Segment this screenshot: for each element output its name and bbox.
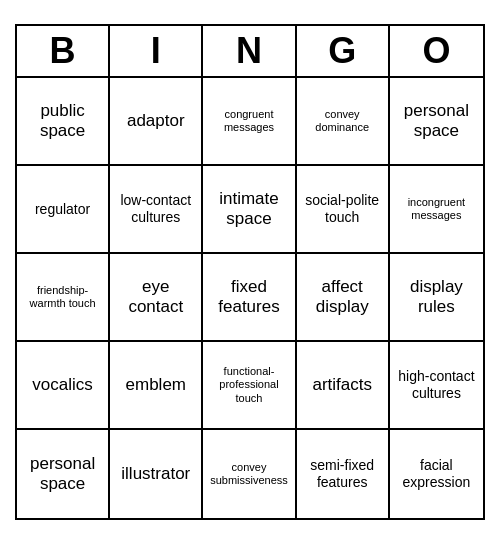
cell-text-10: friendship-warmth touch: [21, 284, 104, 310]
header-letter-B: B: [17, 26, 110, 76]
cell-text-6: low-contact cultures: [114, 192, 197, 226]
bingo-cell-7: intimate space: [203, 166, 296, 254]
bingo-cell-13: affect display: [297, 254, 390, 342]
header-letter-N: N: [203, 26, 296, 76]
header-letter-O: O: [390, 26, 483, 76]
bingo-cell-0: public space: [17, 78, 110, 166]
bingo-cell-16: emblem: [110, 342, 203, 430]
bingo-cell-8: social-polite touch: [297, 166, 390, 254]
bingo-cell-10: friendship-warmth touch: [17, 254, 110, 342]
cell-text-12: fixed features: [207, 277, 290, 318]
cell-text-23: semi-fixed features: [301, 457, 384, 491]
bingo-cell-17: functional-professional touch: [203, 342, 296, 430]
bingo-cell-21: illustrator: [110, 430, 203, 518]
cell-text-4: personal space: [394, 101, 479, 142]
bingo-cell-22: convey submissiveness: [203, 430, 296, 518]
cell-text-8: social-polite touch: [301, 192, 384, 226]
bingo-cell-3: convey dominance: [297, 78, 390, 166]
cell-text-9: incongruent messages: [394, 196, 479, 222]
header-letter-G: G: [297, 26, 390, 76]
cell-text-22: convey submissiveness: [207, 461, 290, 487]
bingo-cell-5: regulator: [17, 166, 110, 254]
cell-text-7: intimate space: [207, 189, 290, 230]
bingo-cell-14: display rules: [390, 254, 483, 342]
cell-text-20: personal space: [21, 454, 104, 495]
cell-text-0: public space: [21, 101, 104, 142]
bingo-cell-9: incongruent messages: [390, 166, 483, 254]
cell-text-21: illustrator: [121, 464, 190, 484]
bingo-cell-1: adaptor: [110, 78, 203, 166]
bingo-cell-4: personal space: [390, 78, 483, 166]
cell-text-1: adaptor: [127, 111, 185, 131]
cell-text-18: artifacts: [312, 375, 372, 395]
cell-text-3: convey dominance: [301, 108, 384, 134]
bingo-cell-20: personal space: [17, 430, 110, 518]
bingo-cell-11: eye contact: [110, 254, 203, 342]
bingo-cell-12: fixed features: [203, 254, 296, 342]
cell-text-17: functional-professional touch: [207, 365, 290, 405]
cell-text-11: eye contact: [114, 277, 197, 318]
cell-text-14: display rules: [394, 277, 479, 318]
bingo-header: BINGO: [17, 26, 483, 78]
cell-text-19: high-contact cultures: [394, 368, 479, 402]
bingo-cell-18: artifacts: [297, 342, 390, 430]
bingo-cell-2: congruent messages: [203, 78, 296, 166]
cell-text-13: affect display: [301, 277, 384, 318]
header-letter-I: I: [110, 26, 203, 76]
cell-text-16: emblem: [126, 375, 186, 395]
cell-text-5: regulator: [35, 201, 90, 218]
bingo-card: BINGO public spaceadaptorcongruent messa…: [15, 24, 485, 520]
bingo-grid: public spaceadaptorcongruent messagescon…: [17, 78, 483, 518]
bingo-cell-15: vocalics: [17, 342, 110, 430]
bingo-cell-23: semi-fixed features: [297, 430, 390, 518]
cell-text-24: facial expression: [394, 457, 479, 491]
cell-text-2: congruent messages: [207, 108, 290, 134]
bingo-cell-24: facial expression: [390, 430, 483, 518]
cell-text-15: vocalics: [32, 375, 92, 395]
bingo-cell-19: high-contact cultures: [390, 342, 483, 430]
bingo-cell-6: low-contact cultures: [110, 166, 203, 254]
